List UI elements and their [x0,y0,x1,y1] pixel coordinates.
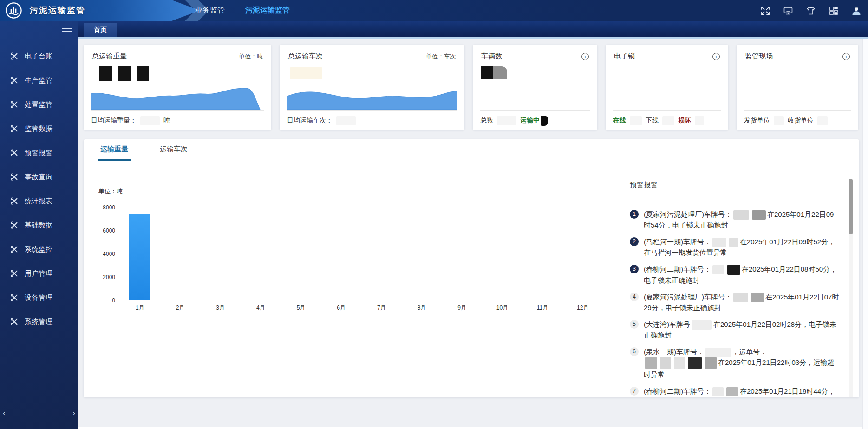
redacted-value [733,210,749,220]
sidebar-item-6[interactable]: 事故查询 [0,165,78,189]
sidebar-item-label: 设备管理 [25,293,52,302]
sidebar-item-7[interactable]: 统计报表 [0,189,78,213]
alert-rank-badge: 3 [630,265,639,273]
tab-transport-trips[interactable]: 运输车次 [157,145,190,161]
alert-item-6[interactable]: 6(泉水二期)车牌号：，运单号：在2025年01月21日22时03分，运输超时异… [630,346,840,380]
alert-item-3[interactable]: 3(春柳河二期)车牌号：在2025年01月22日08时50分，电子锁未正确施封 [630,264,840,286]
chart-y-axis: 02000400060008000 [98,208,120,300]
alert-item-1[interactable]: 1(夏家河污泥处理厂)车牌号：在2025年01月22日09时54分，电子锁未正确… [630,209,840,230]
sidebar-item-9[interactable]: 系统监控 [0,237,78,261]
sidebar-item-2[interactable]: 生产监管 [0,68,78,92]
y-tick-label: 8000 [103,204,115,211]
redacted-value [481,66,597,79]
chart-x-axis: 1月2月3月4月5月6月7月8月9月10月11月12月 [120,304,603,312]
sidebar-item-label: 系统监控 [25,245,52,254]
chart-card: 运输重量 运输车次 单位：吨 02000400060008000 1月2月3月4… [84,139,859,397]
redacted-value [712,238,726,247]
footer-label: 日均运输重量： [91,117,137,125]
sparkline-weight [91,86,264,110]
sidebar: 电子台账生产监管处置监管监管数据预警报警事故查询统计报表基础数据系统监控用户管理… [0,21,78,429]
chart-column-2月 [160,208,201,300]
user-avatar-icon[interactable] [851,6,861,16]
alert-item-4[interactable]: 4(夏家河污泥处理厂)车牌号：在2025年01月22日07时29分，电子锁未正确… [630,292,840,313]
redacted-value [729,238,738,247]
tab-home[interactable]: 首页 [84,23,117,37]
sidebar-arrow-left-icon[interactable]: ‹ [3,409,6,417]
nav-item-business[interactable]: 业务监管 [195,6,225,15]
alert-list: 1(夏家河污泥处理厂)车牌号：在2025年01月22日09时54分，电子锁未正确… [630,209,840,397]
monitor-icon[interactable] [783,6,793,16]
alert-rank-badge: 2 [630,237,639,246]
fullscreen-icon[interactable] [760,6,770,16]
tab-transport-weight[interactable]: 运输重量 [98,145,131,161]
sidebar-arrow-right-icon[interactable]: › [72,409,75,417]
x-tick-label: 3月 [200,304,241,312]
layout-grid-icon[interactable] [829,6,839,16]
redacted-value [688,357,702,369]
shirt-theme-icon[interactable] [806,6,816,16]
info-icon[interactable]: i [712,53,720,60]
sidebar-item-4[interactable]: 监管数据 [0,117,78,141]
x-tick-label: 10月 [482,304,522,312]
app-title: 污泥运输监管 [30,0,85,21]
chart-column-3月 [200,208,241,300]
alert-text: (泉水二期)车牌号： [644,348,704,356]
tools-icon [10,124,19,133]
card-vehicle-count: 车辆数 i 总数 运输中 [473,45,597,130]
alert-text: (夏家河污泥处理厂)车牌号： [644,293,732,301]
sidebar-item-3[interactable]: 处置监管 [0,92,78,117]
stat-cards-row: 总运输重量 单位：吨 日均运输重量： 吨 [84,45,859,130]
sidebar-item-label: 事故查询 [25,173,52,182]
card-title: 监管现场 [745,52,773,61]
header-nav: 业务监管 污泥运输监管 [195,0,290,21]
tools-icon [10,173,19,181]
info-icon[interactable]: i [581,53,589,60]
redacted-value [99,66,271,81]
alert-rank-badge: 1 [630,210,639,219]
chart-column-6月 [321,208,361,300]
info-icon[interactable]: i [842,53,850,60]
alert-item-2[interactable]: 2(马栏河一期)车牌号：在2025年01月22日09时52分，在马栏河一期发货位… [630,236,840,258]
x-tick-label: 6月 [321,304,361,312]
tabbar-accent-strip [78,37,868,39]
redacted-value [712,387,724,396]
sidebar-item-label: 电子台账 [25,52,52,61]
stat-label-shipper: 发货单位 [744,117,770,125]
chart-column-10月 [482,208,522,300]
redacted-value [705,348,731,357]
sidebar-collapse-icon[interactable] [62,26,72,33]
redacted-value [733,293,748,302]
alerts-title: 预警报警 [630,181,840,189]
x-tick-label: 8月 [402,304,442,312]
sidebar-item-12[interactable]: 系统管理 [0,310,78,334]
sidebar-item-1[interactable]: 电子台账 [0,44,78,68]
sidebar-item-label: 生产监管 [25,76,52,85]
redacted-value [140,116,160,125]
chart-column-9月 [442,208,482,300]
redacted-value [645,357,657,369]
sidebar-item-8[interactable]: 基础数据 [0,213,78,237]
alerts-scrollbar-thumb[interactable] [849,179,853,234]
y-tick-label: 2000 [103,274,115,280]
sidebar-nav: 电子台账生产监管处置监管监管数据预警报警事故查询统计报表基础数据系统监控用户管理… [0,21,78,334]
bar-1月[interactable] [129,214,150,300]
tools-icon [10,100,19,109]
chart-column-5月 [281,208,321,300]
sidebar-item-5[interactable]: 预警报警 [0,141,78,165]
redacted-value [674,357,685,369]
nav-item-sludge-transport[interactable]: 污泥运输监管 [245,6,290,15]
alert-text: 在2025年01月21日22时03分，运输超时异常 [644,358,834,378]
alert-rank-badge: 5 [630,320,639,329]
tools-icon [10,197,19,205]
chart-column-1月 [120,208,160,300]
sidebar-item-10[interactable]: 用户管理 [0,261,78,286]
alert-text: (春柳河二期)车牌号： [644,265,711,273]
sidebar-item-11[interactable]: 设备管理 [0,286,78,310]
tools-icon [10,149,19,157]
header: 污泥运输监管 业务监管 污泥运输监管 [0,0,868,21]
window-scrollbar[interactable] [862,37,868,429]
sidebar-item-label: 基础数据 [25,221,52,230]
sidebar-item-label: 预警报警 [25,149,52,157]
alert-item-5[interactable]: 5(大连湾)车牌号在2025年01月22日02时28分，电子锁未正确施封 [630,319,840,340]
alert-item-7[interactable]: 7(春柳河二期)车牌号：在2025年01月21日18时44分，电 [630,386,840,397]
